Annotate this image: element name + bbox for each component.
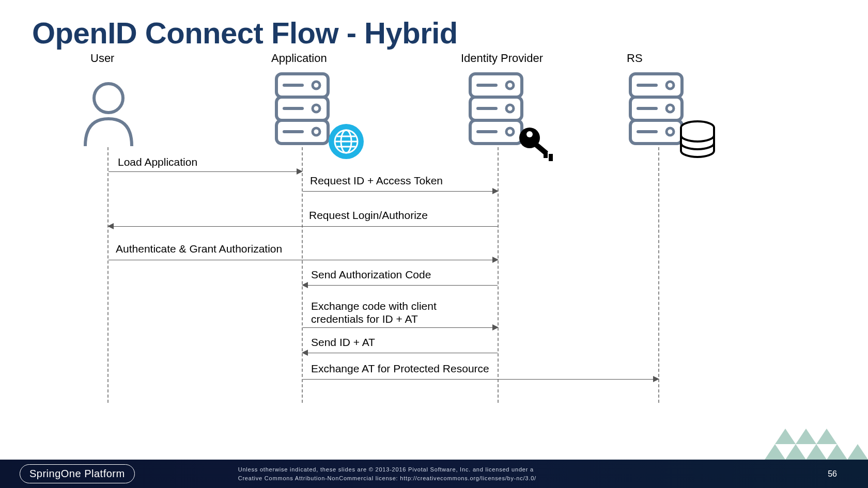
svg-rect-28 xyxy=(544,151,548,158)
copyright-line2: Creative Commons Attribution-NonCommerci… xyxy=(238,475,536,481)
key-icon xyxy=(517,125,555,163)
database-icon xyxy=(677,120,718,163)
msg-authenticate-grant: Authenticate & Grant Authorization xyxy=(116,243,282,255)
arrow xyxy=(109,260,495,260)
svg-point-6 xyxy=(313,105,320,112)
svg-marker-42 xyxy=(806,444,827,460)
msg-request-id-access-token: Request ID + Access Token xyxy=(310,175,443,187)
svg-point-18 xyxy=(506,82,514,89)
actor-application-label: Application xyxy=(271,52,327,65)
svg-rect-29 xyxy=(549,154,553,161)
svg-marker-40 xyxy=(765,444,785,460)
lifeline-application xyxy=(302,147,303,403)
lifeline-idp xyxy=(498,147,499,403)
svg-point-21 xyxy=(506,105,514,112)
page-number: 56 xyxy=(828,469,837,479)
svg-point-0 xyxy=(94,84,123,113)
arrow xyxy=(303,379,656,380)
msg-exchange-code: Exchange code with client credentials fo… xyxy=(311,300,466,325)
arrow xyxy=(109,171,300,172)
arrow xyxy=(303,191,495,192)
lifeline-rs xyxy=(658,147,659,403)
arrow-head xyxy=(492,324,499,330)
user-icon xyxy=(80,80,137,149)
svg-marker-45 xyxy=(775,429,796,444)
svg-point-9 xyxy=(313,128,320,135)
lifeline-user xyxy=(107,147,109,403)
actor-rs-label: RS xyxy=(627,52,643,65)
svg-point-3 xyxy=(313,82,320,89)
arrow-head xyxy=(297,168,303,175)
msg-request-login-authorize: Request Login/Authorize xyxy=(309,209,428,222)
svg-point-24 xyxy=(506,128,514,135)
springone-badge: SpringOne Platform xyxy=(20,464,135,483)
msg-load-application: Load Application xyxy=(118,156,197,168)
arrow-head xyxy=(492,257,499,263)
svg-marker-43 xyxy=(827,444,847,460)
arrow-head xyxy=(492,188,499,194)
arrow-head xyxy=(107,223,114,229)
arrow-head xyxy=(302,350,308,356)
msg-send-id-at: Send ID + AT xyxy=(311,336,375,349)
svg-point-35 xyxy=(667,105,674,112)
svg-point-32 xyxy=(667,82,674,89)
arrow xyxy=(111,226,498,227)
slide-title: OpenID Connect Flow - Hybrid xyxy=(32,15,458,50)
arrow-head xyxy=(653,376,659,382)
footer: SpringOne Platform Unless otherwise indi… xyxy=(0,460,868,488)
svg-marker-46 xyxy=(796,429,816,444)
svg-marker-47 xyxy=(816,429,837,444)
svg-marker-44 xyxy=(847,444,868,460)
actor-idp-label: Identity Provider xyxy=(461,52,543,65)
msg-exchange-at-resource: Exchange AT for Protected Resource xyxy=(311,363,489,375)
actor-user-label: User xyxy=(90,52,114,65)
svg-point-26 xyxy=(526,131,533,137)
svg-marker-41 xyxy=(785,444,806,460)
svg-point-38 xyxy=(667,128,674,135)
arrow xyxy=(305,285,498,286)
globe-icon xyxy=(328,123,365,162)
msg-send-auth-code: Send Authorization Code xyxy=(311,269,431,281)
arrow xyxy=(305,353,498,353)
decorative-triangles xyxy=(558,429,868,460)
copyright-line1: Unless otherwise indicated, these slides… xyxy=(238,466,534,473)
arrow-head xyxy=(302,282,308,288)
server-icon xyxy=(274,71,336,159)
copyright-text: Unless otherwise indicated, these slides… xyxy=(238,465,536,482)
arrow xyxy=(303,327,495,328)
